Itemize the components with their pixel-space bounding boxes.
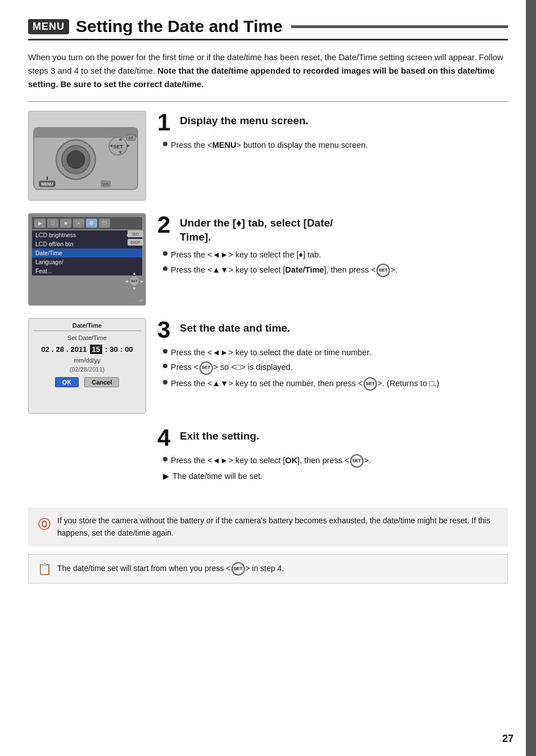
datetime-buttons: OK Cancel bbox=[33, 377, 141, 387]
step-4-bullet-2-text: The date/time will be set. bbox=[172, 470, 262, 482]
camera-illustration: SET ◄ ► ▲ ▼ AF WB MENU bbox=[28, 111, 146, 201]
bullet-dot-icon bbox=[163, 457, 167, 461]
svg-text:MENU: MENU bbox=[42, 182, 53, 186]
datetime-ok-btn[interactable]: OK bbox=[55, 377, 79, 387]
step-2-number: 2 bbox=[157, 213, 174, 237]
datetime-screen-illustration: Date/Time Set Date/Time 02 . 28 . 2011 1… bbox=[28, 318, 146, 414]
menu-item-lcd-brightness: LCD brightness⊙ — bbox=[32, 230, 142, 239]
step-3-title: Set the date and time. bbox=[180, 318, 290, 336]
bullet-dot-icon bbox=[163, 251, 167, 256]
date-part-sec: 00 bbox=[125, 345, 133, 354]
step-4-bullet-1-text: Press the <◄►> key to select [OK], then … bbox=[171, 454, 371, 468]
step-1-bullets: Press the <MENU> button to display the m… bbox=[157, 139, 508, 151]
step-1-header: 1 Display the menu screen. bbox=[157, 111, 508, 134]
step-3-bullets: Press the <◄►> key to select the date or… bbox=[157, 346, 508, 391]
step-4-number: 4 bbox=[157, 426, 174, 450]
step-1-number: 1 bbox=[157, 111, 174, 134]
svg-point-4 bbox=[67, 151, 85, 169]
step-3-bullet-2-text: Press <SET> so <□> is displayed. bbox=[171, 361, 293, 374]
date-part-day: 28 bbox=[56, 345, 63, 354]
step-2-image: ▶ □ ■ ▪ ⚙ 🛡 LCD brightness⊙ — LCD off/on… bbox=[28, 213, 146, 306]
svg-text:◄: ◄ bbox=[108, 143, 113, 148]
step-2-row: ▶ □ ■ ▪ ⚙ 🛡 LCD brightness⊙ — LCD off/on… bbox=[28, 213, 508, 306]
step-1-row: SET ◄ ► ▲ ▼ AF WB MENU bbox=[28, 111, 508, 201]
intro-paragraph: When you turn on the power for the first… bbox=[28, 51, 508, 91]
step-3-image: Date/Time Set Date/Time 02 . 28 . 2011 1… bbox=[28, 318, 146, 414]
title-rule bbox=[291, 25, 508, 28]
note-box: ⓪ If you store the camera without the ba… bbox=[28, 508, 508, 546]
arrow-icon: ▶ bbox=[163, 470, 169, 483]
step-4-bullet-2: ▶ The date/time will be set. bbox=[163, 470, 508, 483]
step-3-row: Date/Time Set Date/Time 02 . 28 . 2011 1… bbox=[28, 318, 508, 414]
date-part-min: 30 bbox=[110, 345, 117, 354]
step-4-header: 4 Exit the setting. bbox=[157, 426, 508, 450]
step-3-bullet-3-text: Press the <▲▼> key to set the number, th… bbox=[171, 377, 439, 391]
date-dot-1: . bbox=[52, 345, 54, 354]
date-part-hour: 15 bbox=[89, 344, 103, 355]
step-2-bullet-1-text: Press the <◄►> key to select the [♦] tab… bbox=[171, 248, 321, 261]
svg-text:▼: ▼ bbox=[118, 150, 123, 155]
bullet-dot-icon bbox=[163, 266, 167, 271]
step-4-title: Exit the setting. bbox=[180, 426, 259, 443]
date-dot-2: . bbox=[66, 345, 69, 354]
datetime-format: mm/dd/yy bbox=[33, 357, 141, 364]
bullet-dot-icon bbox=[163, 380, 167, 384]
note-text: If you store the camera without the batt… bbox=[57, 514, 498, 540]
step-2-content: 2 Under the [♦] tab, select [Date/Time].… bbox=[157, 213, 508, 279]
menu-item-lcd-off: LCD off/on btn bbox=[32, 239, 142, 248]
tip-icon: 📋 bbox=[38, 560, 52, 577]
tip-text: The date/time set will start from when y… bbox=[57, 562, 284, 576]
menu-item-language: Language/ bbox=[32, 257, 142, 266]
step-3-header: 3 Set the date and time. bbox=[157, 318, 508, 342]
step-1-image: SET ◄ ► ▲ ▼ AF WB MENU bbox=[28, 111, 146, 201]
step-1-title: Display the menu screen. bbox=[180, 111, 308, 128]
step-2-bullet-1: Press the <◄►> key to select the [♦] tab… bbox=[163, 248, 508, 261]
step-4-content: 4 Exit the setting. Press the <◄►> key t… bbox=[157, 426, 508, 485]
datetime-cancel-btn[interactable]: Cancel bbox=[84, 377, 119, 387]
datetime-inner: Date/Time Set Date/Time 02 . 28 . 2011 1… bbox=[29, 319, 146, 413]
step-4-bullet-1: Press the <◄►> key to select [OK], then … bbox=[163, 454, 508, 468]
step-3-bullet-2: Press <SET> so <□> is displayed. bbox=[163, 361, 508, 374]
step-2-title: Under the [♦] tab, select [Date/Time]. bbox=[180, 213, 333, 244]
step-3-content: 3 Set the date and time. Press the <◄►> … bbox=[157, 318, 508, 393]
steps-container: SET ◄ ► ▲ ▼ AF WB MENU bbox=[28, 111, 508, 497]
tip-box: 📋 The date/time set will start from when… bbox=[28, 554, 508, 583]
menu-item-datetime: Date/Time bbox=[32, 248, 142, 257]
svg-text:►: ► bbox=[126, 143, 131, 148]
step-1-bullet-1: Press the <MENU> button to display the m… bbox=[163, 139, 508, 151]
note-icon: ⓪ bbox=[38, 514, 52, 534]
step-1-bullet-1-text: Press the <MENU> button to display the m… bbox=[171, 139, 368, 151]
svg-text:WB: WB bbox=[102, 182, 109, 186]
step-3-bullet-1-text: Press the <◄►> key to select the date or… bbox=[171, 346, 371, 359]
title-section: MENU Setting the Date and Time bbox=[28, 17, 508, 40]
datetime-subtitle: Set Date/Time bbox=[33, 334, 141, 341]
step-2-header: 2 Under the [♦] tab, select [Date/Time]. bbox=[157, 213, 508, 244]
bullet-dot-icon bbox=[163, 142, 167, 146]
datetime-formatted: (02/28/2011) bbox=[33, 366, 141, 373]
datetime-title: Date/Time bbox=[33, 322, 141, 331]
date-part-month: 02 bbox=[41, 345, 49, 354]
bullet-dot-icon bbox=[163, 364, 167, 368]
step-2-bullets: Press the <◄►> key to select the [♦] tab… bbox=[157, 248, 508, 277]
date-colon-1: : bbox=[105, 345, 107, 354]
date-part-year: 2011 bbox=[71, 345, 87, 354]
step-2-bullet-2: Press the <▲▼> key to select [Date/Time]… bbox=[163, 264, 508, 277]
svg-text:SET: SET bbox=[113, 144, 123, 150]
camera-svg: SET ◄ ► ▲ ▼ AF WB MENU bbox=[31, 114, 143, 198]
datetime-date-row: 02 . 28 . 2011 15 : 30 : 00 bbox=[33, 344, 141, 355]
page-container: MENU Setting the Date and Time When you … bbox=[0, 0, 536, 756]
step-2-bullet-2-text: Press the <▲▼> key to select [Date/Time]… bbox=[171, 264, 397, 277]
menu-badge: MENU bbox=[28, 19, 69, 34]
svg-text:AF: AF bbox=[129, 136, 134, 140]
step-3-number: 3 bbox=[157, 318, 174, 342]
date-colon-2: : bbox=[120, 345, 122, 354]
accent-bar bbox=[526, 0, 536, 756]
step-4-row: 4 Exit the setting. Press the <◄►> key t… bbox=[28, 426, 508, 485]
section-divider bbox=[28, 101, 508, 102]
menu-screen-illustration: ▶ □ ■ ▪ ⚙ 🛡 LCD brightness⊙ — LCD off/on… bbox=[28, 213, 146, 306]
step-1-content: 1 Display the menu screen. Press the <ME… bbox=[157, 111, 508, 153]
step-3-bullet-3: Press the <▲▼> key to set the number, th… bbox=[163, 377, 508, 391]
step-4-bullets: Press the <◄►> key to select [OK], then … bbox=[157, 454, 508, 483]
svg-text:▲: ▲ bbox=[118, 136, 123, 142]
page-number: 27 bbox=[502, 733, 514, 745]
